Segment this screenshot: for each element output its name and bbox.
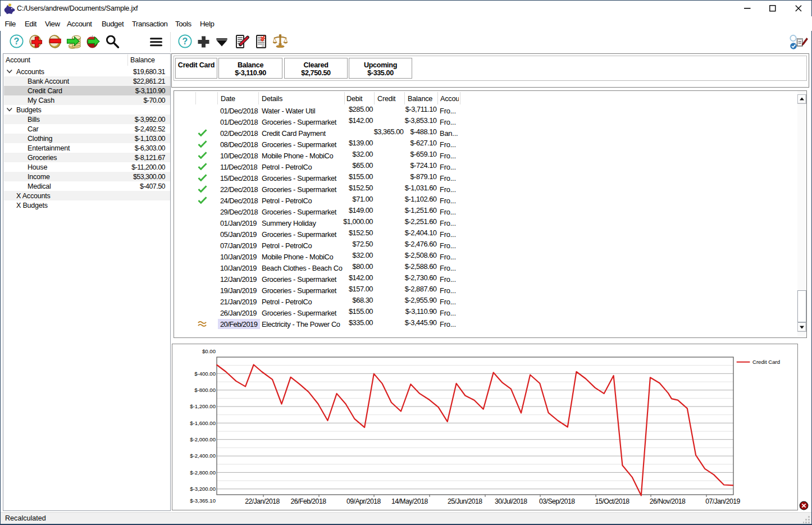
svg-text:Credit Card: Credit Card (752, 359, 780, 365)
svg-text:$-2,800.00: $-2,800.00 (190, 469, 216, 476)
svg-text:$-2,400.00: $-2,400.00 (190, 453, 216, 459)
svg-text:$-3,200.00: $-3,200.00 (190, 486, 216, 492)
svg-text:$-800.00: $-800.00 (194, 387, 216, 393)
svg-text:07/Jan/2019: 07/Jan/2019 (705, 497, 740, 505)
svg-text:22/Jan/2018: 22/Jan/2018 (245, 497, 280, 505)
svg-text:$-400.00: $-400.00 (194, 371, 216, 377)
svg-text:$-1,200.00: $-1,200.00 (190, 403, 216, 409)
svg-text:09/Apr/2018: 09/Apr/2018 (346, 497, 381, 505)
svg-text:?: ? (14, 36, 20, 46)
svg-text:$-2,000.00: $-2,000.00 (190, 436, 216, 442)
svg-text:30/Jul/2018: 30/Jul/2018 (495, 497, 527, 505)
svg-text:?: ? (183, 36, 188, 46)
svg-text:25/Jun/2018: 25/Jun/2018 (448, 497, 482, 505)
svg-text:$-1,600.00: $-1,600.00 (190, 420, 216, 426)
svg-text:15/Oct/2018: 15/Oct/2018 (595, 497, 630, 505)
svg-text:$-3,365.10: $-3,365.10 (190, 497, 216, 504)
svg-text:$0.00: $0.00 (202, 348, 216, 354)
svg-text:26/Nov/2018: 26/Nov/2018 (650, 497, 686, 505)
svg-text:03/Sep/2018: 03/Sep/2018 (539, 497, 575, 505)
svg-text:14/May/2018: 14/May/2018 (391, 497, 428, 505)
svg-text:26/Feb/2018: 26/Feb/2018 (291, 497, 327, 505)
